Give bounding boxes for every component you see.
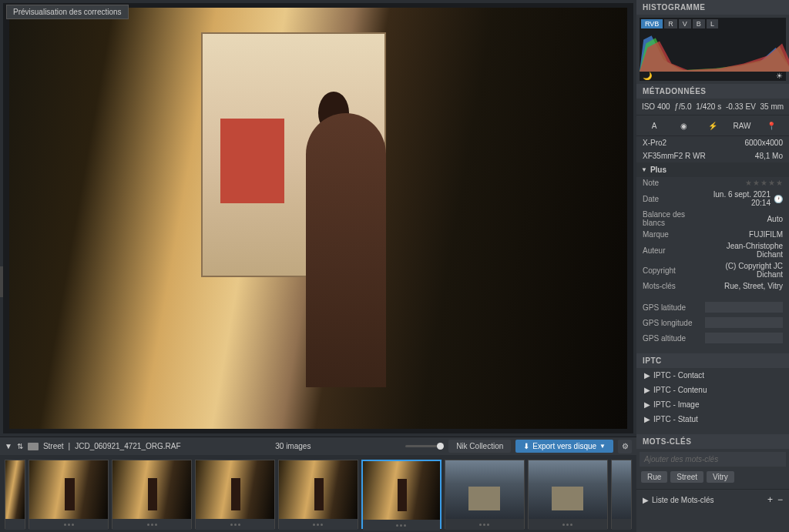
histogram[interactable]: RVB R V B L 🌙 ☀	[640, 18, 786, 81]
keyword-tag[interactable]: Vitry	[707, 471, 734, 483]
author-value: Jean-Christophe Dichant	[700, 242, 783, 259]
iptc-image[interactable]: ▶IPTC - Image	[636, 397, 789, 412]
brand-label: Marque	[643, 230, 700, 239]
thumbnail[interactable]	[528, 460, 608, 529]
plus-label: Plus	[650, 166, 666, 174]
image-viewer[interactable]	[3, 3, 633, 433]
thumbnail-selected[interactable]	[361, 460, 442, 529]
add-keyword-button[interactable]: +	[767, 494, 773, 505]
side-panel: HISTOGRAMME RVB R V B L 🌙 ☀ MÉTADONNÉES …	[636, 0, 789, 532]
iptc-header: IPTC	[636, 353, 789, 368]
keyword-list-label[interactable]: Liste de Mots-clés	[652, 496, 764, 504]
plus-toggle[interactable]: ▼ Plus	[636, 162, 789, 177]
metadata-header: MÉTADONNÉES	[636, 84, 789, 99]
histo-tab-r[interactable]: R	[664, 19, 677, 28]
mode-icon[interactable]: A	[645, 119, 663, 132]
file-size: 48,1 Mo	[755, 152, 783, 160]
iptc-statut[interactable]: ▶IPTC - Statut	[636, 412, 789, 427]
exif-row-1: ISO 400 ƒ/5.0 1/420 s -0.33 EV 35 mm	[636, 99, 789, 115]
shadow-clip-icon[interactable]: 🌙	[643, 72, 652, 80]
folder-icon[interactable]	[28, 443, 39, 450]
copyright-label: Copyright	[643, 266, 700, 275]
thumbnail[interactable]	[611, 460, 632, 529]
gps-icon[interactable]: 📍	[762, 119, 781, 132]
keywords-header: MOTS-CLÉS	[636, 434, 789, 449]
thumbnail[interactable]	[278, 460, 358, 529]
gps-lon-input[interactable]	[705, 317, 783, 328]
settings-button[interactable]: ⚙	[618, 440, 632, 453]
iptc-contact[interactable]: ▶IPTC - Contact	[636, 368, 789, 383]
author-label: Auteur	[643, 246, 700, 255]
export-button[interactable]: ⬇ Export vers disque ▼	[515, 440, 613, 453]
lens-model: XF35mmF2 R WR	[643, 152, 706, 160]
image-count: 30 images	[275, 442, 311, 450]
keywords-value: Rue, Street, Vitry	[700, 282, 783, 290]
thumbnail[interactable]	[29, 460, 109, 529]
histogram-header: HISTOGRAMME	[636, 0, 789, 15]
histo-tab-l[interactable]: L	[707, 19, 718, 28]
brand-value: FUJIFILM	[700, 230, 783, 239]
gps-alt-label: GPS altitude	[643, 334, 700, 343]
exif-aperture: ƒ/5.0	[674, 102, 691, 111]
filter-icon[interactable]: ▼	[5, 442, 12, 450]
exif-shutter: 1/420 s	[696, 102, 721, 111]
remove-keyword-button[interactable]: −	[777, 494, 783, 505]
keyword-input[interactable]: Ajouter des mots-clés	[640, 452, 786, 467]
histo-tab-v[interactable]: V	[679, 19, 691, 28]
gps-lon-label: GPS longitude	[643, 319, 700, 327]
metering-icon[interactable]: ◉	[674, 119, 693, 132]
filmstrip[interactable]	[0, 455, 636, 532]
gps-alt-input[interactable]	[705, 333, 783, 343]
keyword-tag[interactable]: Street	[670, 471, 703, 483]
gps-lat-input[interactable]	[705, 302, 783, 313]
thumbnail[interactable]	[112, 460, 192, 529]
thumbnail[interactable]	[195, 460, 275, 529]
star-rating[interactable]: ★★★★★	[700, 179, 783, 187]
export-icon: ⬇	[523, 442, 529, 450]
exif-iso: ISO 400	[642, 102, 670, 111]
wb-label: Balance des blancs	[643, 210, 700, 227]
wb-value: Auto	[700, 215, 783, 223]
nik-collection-button[interactable]: Nik Collection	[448, 440, 511, 453]
date-label: Date	[643, 195, 700, 203]
note-label: Note	[643, 179, 700, 187]
triangle-down-icon: ▼	[641, 166, 647, 173]
filename: JCD_060921_4721_ORG.RAF	[75, 442, 180, 450]
histo-tab-rvb[interactable]: RVB	[641, 19, 663, 28]
clock-icon[interactable]: 🕐	[774, 195, 783, 203]
exif-focal: 35 mm	[760, 102, 784, 111]
format-label: RAW	[733, 119, 751, 132]
keyword-tag[interactable]: Rue	[641, 471, 667, 483]
exif-row-2: A ◉ ⚡ RAW 📍	[636, 115, 789, 136]
thumbnail[interactable]	[5, 460, 25, 529]
highlight-clip-icon[interactable]: ☀	[776, 72, 783, 80]
date-value: lun. 6 sept. 2021 20:14	[700, 190, 771, 207]
gps-lat-label: GPS latitude	[643, 303, 700, 312]
collapse-handle[interactable]	[0, 266, 3, 297]
folder-name: Street	[43, 442, 64, 450]
triangle-right-icon: ▶	[643, 496, 649, 504]
iptc-contenu[interactable]: ▶IPTC - Contenu	[636, 383, 789, 397]
histo-tab-b[interactable]: B	[693, 19, 705, 28]
chevron-down-icon: ▼	[599, 443, 606, 450]
sort-icon[interactable]: ⇅	[17, 442, 23, 450]
keywords-label: Mots-clés	[643, 282, 700, 290]
resolution: 6000x4000	[745, 139, 784, 147]
exif-ev: -0.33 EV	[726, 102, 756, 111]
histogram-curves	[640, 32, 789, 72]
thumbnail[interactable]	[445, 460, 525, 529]
breadcrumb-sep: |	[69, 442, 71, 450]
photo-preview	[9, 8, 627, 430]
thumbnail-size-slider[interactable]	[405, 445, 444, 447]
flash-icon[interactable]: ⚡	[703, 119, 722, 132]
copyright-value: (C) Copyright JC Dichant	[700, 262, 783, 279]
export-label: Export vers disque	[532, 442, 596, 450]
preview-tooltip: Prévisualisation des corrections	[6, 5, 129, 19]
camera-model: X-Pro2	[643, 139, 666, 147]
